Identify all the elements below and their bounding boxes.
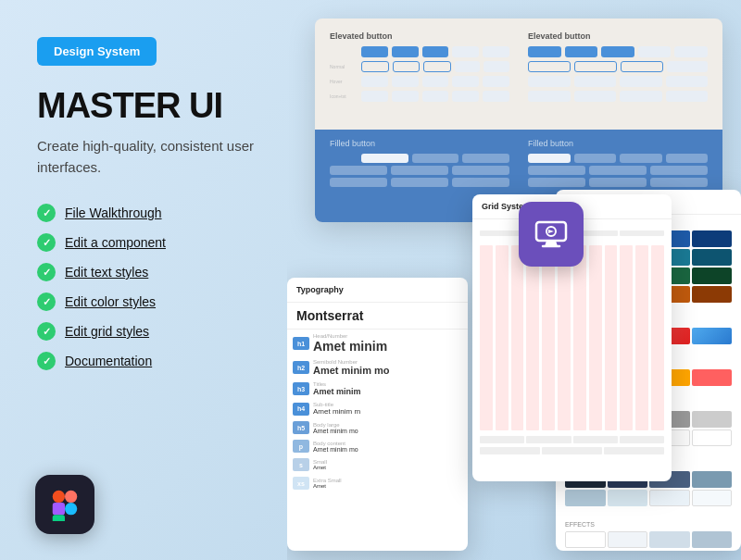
edit-grid-styles-link[interactable]: Edit grid styles <box>65 324 149 339</box>
checklist-item-edit-grid-styles[interactable]: Edit grid styles <box>37 322 259 341</box>
grid-col-7 <box>573 245 586 430</box>
documentation-link[interactable]: Documentation <box>65 354 152 368</box>
hero-subtitle: Create high-quality, consistent user int… <box>37 136 259 178</box>
typo-row-h4: h4 Sub-title Amet minim m <box>293 402 462 416</box>
typo-sample-xs: Amet <box>313 483 462 489</box>
design-system-badge: Design System <box>37 37 157 66</box>
typography-title: Typography <box>287 278 468 303</box>
grid-col-5 <box>542 245 555 430</box>
svg-rect-4 <box>53 515 65 521</box>
grid-col-10 <box>620 245 633 430</box>
typo-tag-s: s <box>293 458 309 471</box>
svg-rect-3 <box>65 503 77 515</box>
checklist-item-edit-color-styles[interactable]: Edit color styles <box>37 292 259 311</box>
btn-col-left: Elevated button Normal Hover Icon+txt <box>330 31 509 106</box>
grid-columns <box>480 245 664 430</box>
check-icon-5 <box>37 322 56 341</box>
typo-sample-h4: Amet minim m <box>313 407 462 416</box>
typo-tag-p: p <box>293 440 309 453</box>
typo-sample-p: Amet minim mo <box>313 446 462 453</box>
typo-row-xs: xs Extra Small Amet <box>293 477 462 490</box>
typo-row-p: p Body content Amet minim mo <box>293 440 462 453</box>
typography-font: Montserrat <box>287 303 468 330</box>
typo-row-h3: h3 Titles Amet minim <box>293 381 462 396</box>
figma-icon <box>48 488 82 521</box>
typo-tag-h1: h1 <box>293 337 309 350</box>
checklist-item-edit-component[interactable]: Edit a component <box>37 233 259 252</box>
grid-col-11 <box>635 245 648 430</box>
checklist-item-edit-text-styles[interactable]: Edit text styles <box>37 263 259 281</box>
svg-rect-1 <box>65 491 77 503</box>
check-icon-3 <box>37 263 56 281</box>
typo-tag-h5: h5 <box>293 421 309 434</box>
typo-tag-xs: xs <box>293 477 309 490</box>
checklist: File Walkthrough Edit a component Edit t… <box>37 204 259 370</box>
typo-sample-h5: Amet minim mo <box>313 428 462 434</box>
typo-tag-h3: h3 <box>293 382 309 395</box>
grid-col-8 <box>589 245 602 430</box>
file-walkthrough-link[interactable]: File Walkthrough <box>65 205 162 220</box>
check-icon-4 <box>37 292 56 311</box>
check-icon-2 <box>37 233 56 252</box>
grid-col-9 <box>605 245 618 430</box>
check-icon-6 <box>37 352 56 370</box>
edit-text-styles-link[interactable]: Edit text styles <box>65 265 148 280</box>
grid-col-3 <box>511 245 524 430</box>
grid-col-4 <box>526 245 539 430</box>
typo-row-h5: h5 Body large Amet minim mo <box>293 421 462 434</box>
checklist-item-documentation[interactable]: Documentation <box>37 352 259 370</box>
typo-sample-h3: Amet minim <box>313 387 462 396</box>
btn-col-title-left: Elevated button <box>330 31 509 41</box>
checklist-item-file-walkthrough[interactable]: File Walkthrough <box>37 204 259 222</box>
screenshots-area: Elevated button Normal Hover Icon+txt El… <box>287 0 741 560</box>
svg-rect-0 <box>53 491 65 503</box>
typography-samples: h1 Head/Number Amet minim h2 Semibold Nu… <box>287 330 468 499</box>
typo-tag-h2: h2 <box>293 361 309 374</box>
typo-sample-h1: Amet minim <box>313 339 462 354</box>
page-title: MASTER UI <box>37 88 259 123</box>
left-panel: Design System MASTER UI Create high-qual… <box>37 37 259 407</box>
figma-app-icon[interactable] <box>35 475 94 534</box>
typo-tag-h4: h4 <box>293 403 309 416</box>
typo-row-h2: h2 Semibold Number Amet minim mo <box>293 359 462 376</box>
palette-effects-label: EFFECTS <box>565 521 732 528</box>
svg-rect-2 <box>53 503 65 515</box>
typo-sample-s: Amet <box>313 465 462 470</box>
check-icon-1 <box>37 204 56 222</box>
filled-title-right: Filled button <box>528 139 708 148</box>
filled-title-left: Filled button <box>330 139 509 148</box>
edit-color-styles-link[interactable]: Edit color styles <box>65 294 156 309</box>
btn-col-right: Elevated button <box>528 31 708 106</box>
classroom-icon <box>534 217 569 252</box>
screenshot-typography: Typography Montserrat h1 Head/Number Ame… <box>287 278 468 551</box>
edit-component-link[interactable]: Edit a component <box>65 235 166 250</box>
grid-col-1 <box>480 245 493 430</box>
btn-col-title-right: Elevated button <box>528 31 708 41</box>
grid-col-12 <box>651 245 664 430</box>
grid-col-2 <box>496 245 509 430</box>
typo-sample-h2: Amet minim mo <box>313 365 462 376</box>
typo-row-h1: h1 Head/Number Amet minim <box>293 333 462 354</box>
typo-row-s: s Small Amet <box>293 458 462 471</box>
grid-col-6 <box>558 245 571 430</box>
classroom-badge[interactable] <box>519 202 584 267</box>
